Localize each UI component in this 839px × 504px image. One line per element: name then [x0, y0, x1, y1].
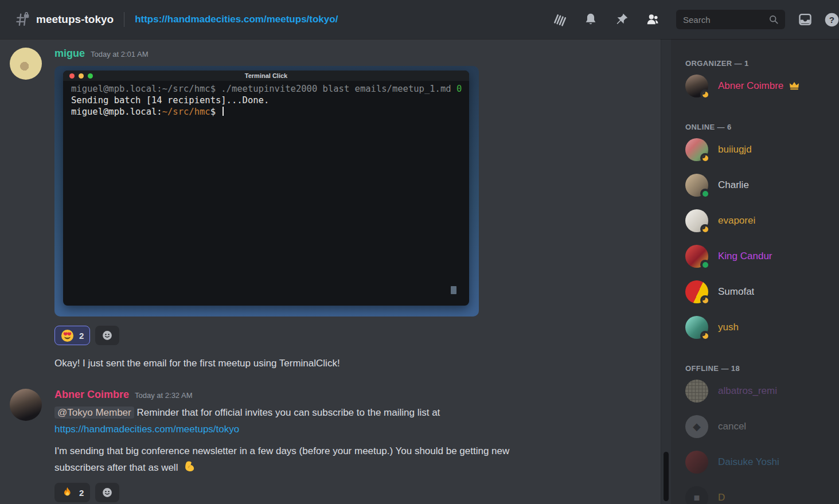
terminal-titlebar: Terminal Click — [63, 71, 469, 81]
search-input[interactable] — [683, 15, 768, 25]
member-section-label: ONLINE — 6 — [685, 123, 834, 131]
avatar — [685, 316, 708, 339]
member-name: buiiugjd — [718, 144, 752, 155]
avatar — [685, 280, 708, 303]
server-owner-crown-icon — [789, 80, 800, 92]
heart-eyes-emoji-icon — [61, 329, 74, 342]
member-name: evaporei — [718, 215, 755, 226]
member-row[interactable]: ◆cancel — [685, 415, 834, 438]
message-migue: migue Today at 2:01 AM Terminal Click — [10, 48, 661, 370]
avatar-glyph: ■ — [685, 486, 708, 504]
member-row[interactable]: yush — [685, 316, 834, 339]
message-timestamp: Today at 2:32 AM — [135, 391, 192, 400]
inbox-icon[interactable] — [798, 12, 813, 27]
member-row[interactable]: Daisuke Yoshi — [685, 451, 834, 474]
online-status-badge — [700, 189, 710, 198]
member-name: D — [718, 492, 725, 503]
message-link[interactable]: https://handmadecities.com/meetups/tokyo — [54, 421, 239, 438]
idle-status-badge — [700, 153, 710, 163]
message-text: @Tokyo Member Reminder that for official… — [54, 405, 661, 438]
divider — [124, 12, 124, 27]
attachment-terminal-screenshot[interactable]: Terminal Click miguel@mpb.local:~/src/hm… — [54, 66, 479, 317]
chat-scrollbar-track[interactable] — [661, 39, 671, 504]
search-icon — [768, 14, 779, 25]
avatar — [685, 380, 708, 403]
member-row[interactable]: Sumofat — [685, 280, 834, 303]
help-icon[interactable]: ? — [824, 12, 839, 27]
avatar — [685, 174, 708, 197]
member-list-toggle-icon[interactable] — [645, 12, 660, 27]
idle-status-badge — [700, 89, 710, 99]
reaction-heart-eyes[interactable]: 2 — [54, 326, 90, 345]
add-reaction-button[interactable] — [95, 326, 119, 345]
terminal-output: miguel@mpb.local:~/src/hmc$ ./meetupinvi… — [63, 81, 469, 120]
idle-status-badge — [700, 224, 710, 234]
message-text: I'm sending that big conference newslett… — [54, 443, 661, 478]
channel-name: meetups-tokyo — [36, 13, 114, 26]
reaction-fire[interactable]: 2 — [54, 483, 90, 502]
smiley-add-icon — [101, 329, 114, 342]
terminal-line: miguel@mpb.local:~/src/hmc$ — [71, 106, 461, 118]
avatar-migue[interactable] — [10, 48, 42, 80]
online-status-badge — [700, 260, 710, 269]
avatar: ■ — [685, 486, 708, 504]
avatar — [685, 75, 708, 97]
idle-status-badge — [700, 331, 710, 341]
message-abner: Abner Coimbre Today at 2:32 AM @Tokyo Me… — [10, 389, 661, 502]
member-section-label: ORGANIZER — 1 — [685, 59, 834, 68]
message-author[interactable]: Abner Coimbre — [54, 389, 129, 401]
message-text-line: subscribers after that as well — [54, 462, 178, 473]
member-name: yush — [718, 322, 739, 333]
member-name: King Candur — [718, 251, 772, 262]
avatar — [685, 138, 708, 161]
member-row[interactable]: Abner Coimbre — [685, 75, 834, 97]
member-name: albatros_remi — [718, 385, 777, 397]
avatar — [685, 451, 708, 474]
svg-text:?: ? — [829, 15, 834, 25]
reactions-row: 2 — [54, 483, 661, 502]
terminal-cursor — [223, 107, 224, 116]
reaction-count: 2 — [79, 331, 84, 341]
locked-channel-hash-icon — [14, 11, 30, 28]
terminal-line: Sending batch [14 recipients]...Done. — [71, 95, 461, 106]
idle-status-badge — [700, 295, 710, 305]
smiley-add-icon — [101, 486, 114, 499]
avatar-abner[interactable] — [10, 389, 42, 421]
member-name: Abner Coimbre — [718, 80, 783, 92]
member-name: cancel — [718, 421, 746, 432]
member-list: ORGANIZER — 1Abner CoimbreONLINE — 6buii… — [671, 39, 839, 504]
channel-topic-link[interactable]: https://handmadecities.com/meetups/tokyo… — [135, 14, 338, 25]
message-text-line: I'm sending that big conference newslett… — [54, 446, 509, 456]
member-row[interactable]: King Candur — [685, 245, 834, 268]
pinned-messages-icon[interactable] — [614, 12, 629, 27]
member-row[interactable]: Charlie — [685, 174, 834, 197]
member-row[interactable]: ■D — [685, 486, 834, 504]
avatar-glyph: ◆ — [685, 415, 708, 438]
message-text-fragment: Reminder that for official invites you c… — [136, 407, 440, 418]
message-text: Okay! I just sent the email for the firs… — [54, 357, 661, 370]
member-section-label: OFFLINE — 18 — [685, 364, 834, 373]
member-name: Sumofat — [718, 286, 754, 298]
member-row[interactable]: buiiugjd — [685, 138, 834, 161]
member-row[interactable]: evaporei — [685, 209, 834, 232]
avatar — [685, 209, 708, 232]
add-reaction-button[interactable] — [95, 483, 119, 502]
chat-messages-area: migue Today at 2:01 AM Terminal Click — [0, 39, 661, 504]
threads-icon[interactable] — [552, 12, 567, 27]
terminal-line: miguel@mpb.local:~/src/hmc$ ./meetupinvi… — [71, 83, 461, 95]
message-author[interactable]: migue — [54, 48, 85, 60]
channel-header: meetups-tokyo https://handmadecities.com… — [0, 0, 839, 39]
message-timestamp: Today at 2:01 AM — [91, 50, 148, 58]
role-mention[interactable]: @Tokyo Member — [54, 407, 134, 419]
member-name: Charlie — [718, 179, 749, 191]
fire-emoji-icon — [61, 486, 74, 499]
member-row[interactable]: albatros_remi — [685, 380, 834, 403]
chat-scrollbar-thumb[interactable] — [664, 452, 669, 501]
member-name: Daisuke Yoshi — [718, 456, 779, 468]
terminal-title: Terminal Click — [63, 72, 469, 79]
flex-biceps-icon — [183, 464, 196, 475]
reactions-row: 2 — [54, 326, 661, 345]
notifications-bell-icon[interactable] — [583, 12, 598, 27]
search-box[interactable] — [676, 10, 785, 29]
avatar: ◆ — [685, 415, 708, 438]
